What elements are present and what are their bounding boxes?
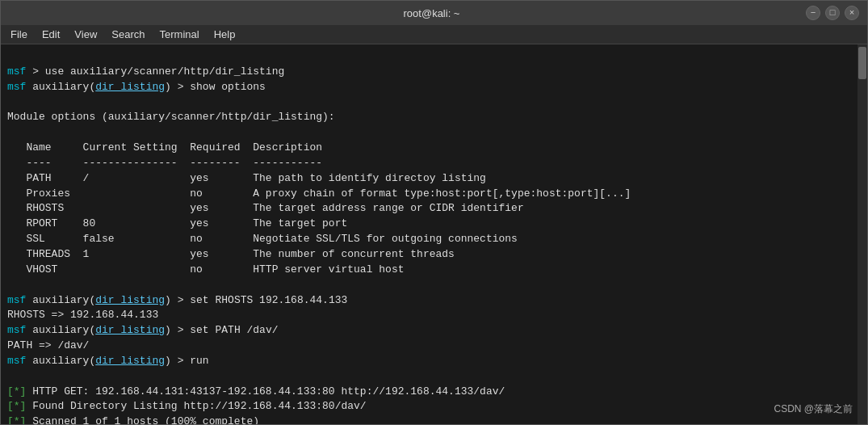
minimize-button[interactable]: −	[806, 6, 820, 20]
scrollbar[interactable]	[858, 44, 867, 424]
window-controls: − □ ×	[806, 6, 859, 20]
menu-help[interactable]: Help	[208, 27, 242, 42]
menu-edit[interactable]: Edit	[36, 27, 66, 42]
terminal-output: msf > use auxiliary/scanner/http/dir_lis…	[7, 49, 861, 424]
menu-view[interactable]: View	[68, 27, 103, 42]
maximize-button[interactable]: □	[825, 6, 840, 20]
scrollbar-thumb[interactable]	[858, 47, 866, 79]
terminal-window: root@kali: ~ − □ × File Edit View Search…	[0, 0, 868, 425]
menu-bar: File Edit View Search Terminal Help	[1, 25, 867, 44]
terminal-area[interactable]: msf > use auxiliary/scanner/http/dir_lis…	[1, 44, 867, 424]
menu-terminal[interactable]: Terminal	[153, 27, 206, 42]
menu-file[interactable]: File	[4, 27, 34, 42]
menu-search[interactable]: Search	[105, 27, 151, 42]
title-bar: root@kali: ~ − □ ×	[1, 1, 867, 25]
close-button[interactable]: ×	[845, 6, 859, 20]
window-title: root@kali: ~	[57, 7, 806, 19]
watermark: CSDN @落幕之前	[774, 402, 853, 416]
